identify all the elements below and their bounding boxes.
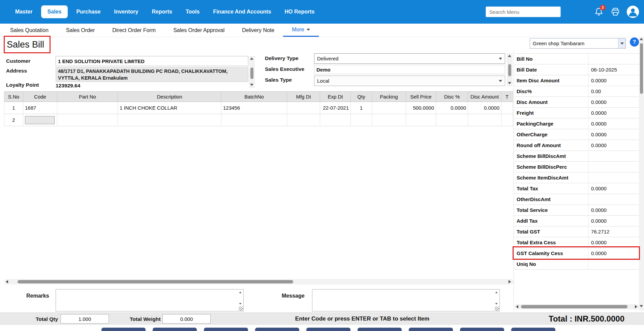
summary-row-scheme-billdiscamt: Scheme BillDiscAmt — [515, 151, 639, 162]
sales-type-select[interactable]: Local — [314, 76, 505, 86]
menu-search-input[interactable] — [486, 6, 561, 17]
remarks-field — [56, 289, 244, 311]
tab-delivery-note[interactable]: Delivery Note — [233, 24, 283, 37]
tab-sales-order-approval[interactable]: Sales Order Approval — [164, 24, 233, 37]
scroll-down-icon[interactable] — [239, 303, 242, 305]
customer-input[interactable] — [56, 56, 248, 66]
nav-item-sales[interactable]: Sales — [41, 5, 68, 18]
delivery-type-select[interactable]: Delivered — [314, 53, 505, 64]
total-weight-input[interactable] — [162, 314, 211, 324]
user-avatar[interactable] — [626, 5, 639, 18]
scroll-up-icon[interactable] — [640, 38, 643, 40]
bottom-action-button[interactable] — [101, 328, 146, 331]
summary-label: Scheme BillDiscAmt — [515, 151, 588, 161]
tab-sales-order[interactable]: Sales Order — [57, 24, 103, 37]
cell-packing — [372, 114, 406, 126]
items-table-scrollbar-thumb[interactable] — [18, 280, 293, 283]
bottom-action-button[interactable] — [204, 328, 248, 331]
items-table-header-row: S.NoCodePart NoDescriptionBatchNoMfg DtE… — [4, 91, 514, 102]
tab-sales-quotation[interactable]: Sales Quotation — [1, 24, 57, 37]
scroll-left-icon[interactable] — [516, 305, 518, 308]
cell-sell-price: 500.0000 — [406, 102, 436, 114]
cell-code — [23, 114, 57, 126]
summary-value — [588, 54, 639, 64]
nav-item-purchase[interactable]: Purchase — [71, 5, 105, 18]
summary-horizontal-scrollbar[interactable] — [515, 304, 639, 309]
nav-item-master[interactable]: Master — [10, 5, 38, 18]
scroll-up-icon[interactable] — [250, 57, 253, 60]
bottom-action-button[interactable] — [255, 328, 299, 331]
resize-grip-icon[interactable] — [239, 306, 243, 311]
address-label: Address — [6, 68, 27, 74]
column-header-packing: Packing — [372, 91, 406, 102]
scroll-up-icon[interactable] — [239, 292, 242, 293]
delivery-section-scrollbar[interactable] — [507, 53, 513, 86]
scroll-up-icon[interactable] — [495, 292, 498, 293]
bottom-action-button[interactable] — [511, 328, 555, 331]
bottom-action-button[interactable] — [153, 328, 197, 331]
summary-value — [588, 172, 639, 183]
delivery-section-scrollbar-thumb[interactable] — [508, 64, 511, 76]
summary-label: Addl Tax — [515, 216, 588, 226]
message-textarea[interactable] — [312, 289, 499, 311]
sales-executive-input[interactable] — [314, 65, 505, 74]
branch-select[interactable]: Green shop Tambaram — [530, 38, 626, 49]
scroll-down-icon[interactable] — [250, 84, 253, 86]
resize-grip-icon[interactable] — [495, 306, 499, 311]
summary-label: Uniq No — [515, 259, 588, 269]
summary-row-scheme-itemdiscamt: Scheme ItemDiscAmt — [515, 172, 639, 183]
bottom-action-button[interactable] — [409, 328, 453, 331]
cell-t — [501, 114, 513, 126]
new-item-code-input[interactable] — [25, 116, 55, 124]
summary-label: Round off Amount — [515, 140, 588, 150]
summary-row-packingcharge: PackingCharge0.0000 — [515, 118, 639, 129]
customer-section-scrollbar[interactable] — [249, 56, 255, 88]
summary-row-gst-calamity-cess: GST Calamity Cess0.0000 — [515, 248, 639, 259]
cell-batchno — [221, 114, 287, 126]
scroll-up-icon[interactable] — [508, 55, 511, 57]
nav-item-inventory[interactable]: Inventory — [109, 5, 143, 18]
summary-label: Disc% — [515, 86, 588, 96]
notifications-button[interactable]: 3 — [593, 6, 604, 17]
summary-row-freight: Freight0.0000 — [515, 108, 639, 118]
nav-item-tools[interactable]: Tools — [181, 5, 205, 18]
tab-label: Sales Order Approval — [173, 27, 224, 33]
scroll-down-icon[interactable] — [508, 82, 511, 84]
scroll-left-icon[interactable] — [6, 280, 8, 283]
tab-more[interactable]: More — [283, 24, 318, 37]
summary-label: Freight — [515, 108, 588, 118]
loyalty-point-value: 123929.64 — [56, 83, 80, 89]
print-button[interactable] — [610, 6, 621, 17]
tab-label: Delivery Note — [242, 27, 274, 33]
scroll-down-icon[interactable] — [640, 305, 643, 307]
scroll-right-icon[interactable] — [635, 305, 637, 308]
summary-value — [588, 151, 639, 161]
bottom-action-button[interactable] — [460, 328, 504, 331]
nav-item-ho-reports[interactable]: HO Reports — [280, 5, 320, 18]
remarks-textarea[interactable] — [56, 289, 243, 311]
customer-label: Customer — [6, 58, 30, 64]
cell-exp-dt — [320, 114, 351, 126]
summary-row-otherdiscamt: OtherDiscAmt — [515, 194, 639, 205]
bottom-action-button[interactable] — [358, 328, 402, 331]
address-field[interactable]: 48/1717 D1, PANAKKAPADATH BUILDING PC RO… — [56, 67, 248, 82]
summary-scrollbar-thumb[interactable] — [521, 305, 627, 308]
summary-row-total-extra-cess: Total Extra Cess0.0000 — [515, 237, 639, 248]
page-vertical-scrollbar-thumb[interactable] — [640, 43, 643, 94]
table-row: 2 — [4, 114, 514, 126]
nav-item-finance-and-accounts[interactable]: Finance And Accounts — [208, 5, 276, 18]
tab-label: Sales Order — [66, 27, 95, 33]
column-header-qty: Qty — [351, 91, 372, 102]
nav-item-reports[interactable]: Reports — [147, 5, 177, 18]
help-button[interactable]: ? — [630, 37, 639, 47]
customer-section-scrollbar-thumb[interactable] — [250, 67, 253, 79]
items-table-horizontal-scrollbar[interactable] — [4, 279, 514, 284]
bottom-action-button[interactable] — [306, 328, 350, 331]
scroll-down-icon[interactable] — [495, 303, 498, 305]
total-qty-input[interactable] — [61, 314, 109, 324]
tab-direct-order-form[interactable]: Direct Order Form — [103, 24, 164, 37]
page-vertical-scrollbar[interactable] — [639, 36, 644, 310]
column-header-description: Description — [118, 91, 221, 102]
scroll-right-icon[interactable] — [509, 280, 511, 283]
branch-select-arrow[interactable] — [618, 38, 625, 48]
